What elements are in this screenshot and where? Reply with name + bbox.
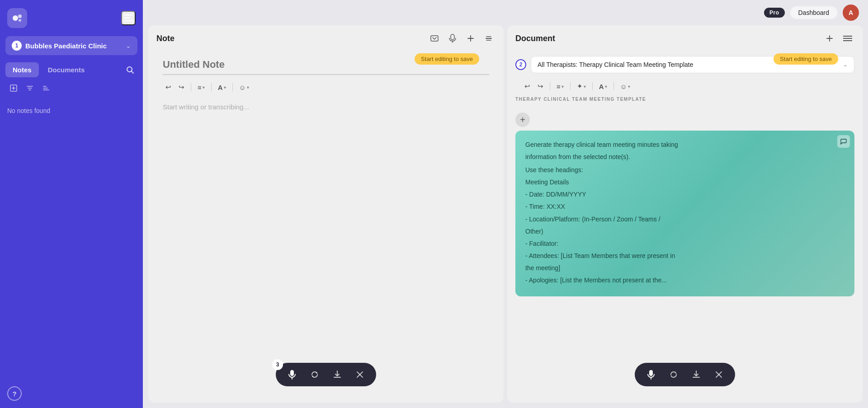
note-panel-header: Note — [148, 25, 504, 52]
svg-point-1 — [18, 14, 22, 18]
document-text-block: Generate therapy clinical team meeting m… — [515, 131, 854, 296]
svg-rect-18 — [451, 34, 454, 40]
note-bottom-mic-button[interactable] — [285, 367, 299, 382]
document-add-button[interactable] — [823, 32, 836, 45]
redo-button[interactable]: ↪ — [176, 81, 187, 93]
sidebar: 1 Bubbles Paediatric Clinic ⌄ Notes Docu… — [0, 0, 143, 408]
document-content: + Generate therapy clinical team meeting… — [507, 105, 863, 403]
document-bottom-download-button[interactable] — [689, 367, 703, 382]
document-editor-toolbar: ↩ ↪ ≡ ▾ ✦ ▾ A ▾ ☺ ▾ — [507, 78, 863, 95]
svg-rect-24 — [290, 370, 294, 376]
doc-content-line-3: Use these headings: — [525, 165, 844, 175]
document-panel-header: Document — [507, 25, 863, 52]
document-panel-actions — [823, 32, 854, 45]
note-editor-toolbar: ↩ ↪ ≡ ▾ A ▾ ☺ ▾ — [148, 79, 504, 96]
doc-redo-button[interactable]: ↪ — [535, 80, 546, 92]
workspace-number: 1 — [12, 41, 22, 51]
doc-content-line-11: the meeting] — [525, 263, 844, 273]
svg-rect-17 — [431, 36, 438, 41]
new-note-button[interactable] — [7, 82, 20, 94]
dashboard-button[interactable]: Dashboard — [790, 6, 838, 19]
note-panel-actions — [428, 32, 495, 45]
undo-button[interactable]: ↩ — [163, 81, 174, 93]
emoji-button[interactable]: ☺ ▾ — [236, 82, 252, 93]
note-bottom-download-button[interactable] — [330, 367, 344, 382]
tab-documents[interactable]: Documents — [41, 62, 92, 77]
document-template-label: THERAPY CLINICAL TEAM MEETING TEMPLATE — [507, 95, 863, 105]
sidebar-header — [0, 0, 143, 36]
doc-content-line-5: - Date: DD/MM/YYYY — [525, 189, 844, 200]
svg-point-2 — [19, 19, 21, 22]
doc-text-format-button[interactable]: A ▾ — [596, 81, 610, 92]
top-bar: Pro Dashboard A — [143, 0, 868, 25]
doc-content-line-6: - Time: XX:XX — [525, 202, 844, 212]
document-bottom-close-button[interactable] — [712, 367, 726, 382]
document-bottom-toolbar — [635, 363, 735, 386]
doc-content-line-2: information from the selected note(s). — [525, 152, 844, 162]
document-selector-chevron-icon: ⌄ — [843, 61, 848, 68]
avatar: A — [843, 5, 859, 21]
doc-content-line-4: Meeting Details — [525, 177, 844, 188]
toolbar-separator-1 — [191, 83, 191, 91]
note-export-button[interactable] — [428, 32, 441, 45]
document-panel-title: Document — [515, 34, 555, 43]
doc-toolbar-separator-1 — [550, 82, 550, 90]
svg-line-7 — [132, 71, 134, 73]
main-content: Pro Dashboard A Note — [143, 0, 868, 408]
note-add-button[interactable] — [464, 32, 477, 45]
svg-rect-5 — [124, 20, 133, 22]
doc-undo-button[interactable]: ↩ — [522, 80, 533, 92]
svg-rect-33 — [649, 370, 653, 376]
help-button[interactable]: ? — [7, 386, 22, 401]
toolbar-separator-2 — [211, 83, 212, 91]
tab-notes[interactable]: Notes — [5, 62, 39, 77]
workspace-chevron-icon: ⌄ — [126, 42, 131, 49]
notes-toolbar — [0, 82, 143, 94]
note-editing-toast: Start editing to save — [415, 53, 479, 65]
document-bottom-refresh-button[interactable] — [666, 367, 681, 382]
toolbar-separator-3 — [232, 83, 233, 91]
document-close-button[interactable] — [841, 32, 854, 45]
search-button[interactable] — [123, 63, 137, 77]
text-format-button[interactable]: A ▾ — [215, 82, 229, 93]
document-editing-toast: Start editing to save — [774, 53, 838, 65]
doc-emoji-button[interactable]: ☺ ▾ — [618, 81, 633, 92]
svg-rect-3 — [124, 14, 133, 16]
doc-content-line-8: Other) — [525, 226, 844, 237]
doc-content-line-9: - Facilitator: — [525, 239, 844, 249]
note-body-placeholder[interactable]: Start writing or transcribing... — [148, 96, 504, 403]
document-selector-text: All Therapists: Therapy Clinical Team Me… — [538, 61, 693, 68]
doc-content-line-7: - Location/Platform: (In-Person / Zoom /… — [525, 214, 844, 225]
no-notes-text: No notes found — [0, 98, 143, 123]
doc-toolbar-separator-3 — [592, 82, 593, 90]
note-bottom-close-button[interactable] — [353, 367, 367, 382]
tabs-row: Notes Documents — [0, 62, 143, 77]
note-bottom-refresh-button[interactable] — [307, 367, 322, 382]
panels-row: Note — [143, 25, 868, 408]
sidebar-bottom: ? — [0, 379, 143, 408]
doc-content-line-1: Generate therapy clinical team meeting m… — [525, 140, 844, 150]
doc-toolbar-separator-4 — [613, 82, 614, 90]
doc-align-button[interactable]: ≡ ▾ — [554, 81, 566, 92]
document-selector-number: 2 — [515, 59, 526, 70]
bottom-toolbar-number: 3 — [272, 359, 283, 370]
note-panel-title: Note — [156, 34, 175, 43]
document-add-block-button[interactable]: + — [515, 113, 530, 127]
doc-content-line-12: - Apologies: [List the Members not prese… — [525, 275, 844, 286]
svg-rect-4 — [124, 18, 130, 19]
note-close-button[interactable] — [482, 32, 495, 45]
document-panel: Document — [507, 25, 863, 403]
align-button[interactable]: ≡ ▾ — [195, 82, 208, 93]
workspace-selector[interactable]: 1 Bubbles Paediatric Clinic ⌄ — [5, 36, 137, 55]
doc-ai-button[interactable]: ✦ ▾ — [574, 80, 589, 92]
note-mic-button[interactable] — [446, 32, 459, 45]
note-panel: Note — [148, 25, 504, 403]
document-comment-button[interactable] — [837, 135, 850, 148]
note-bottom-toolbar: 3 — [276, 363, 376, 386]
document-bottom-mic-button[interactable] — [644, 367, 658, 382]
pro-badge: Pro — [764, 8, 785, 18]
sidebar-toggle-button[interactable] — [121, 11, 136, 25]
filter-button[interactable] — [24, 82, 36, 94]
sort-button[interactable] — [40, 82, 52, 94]
workspace-name: Bubbles Paediatric Clinic — [25, 42, 126, 50]
